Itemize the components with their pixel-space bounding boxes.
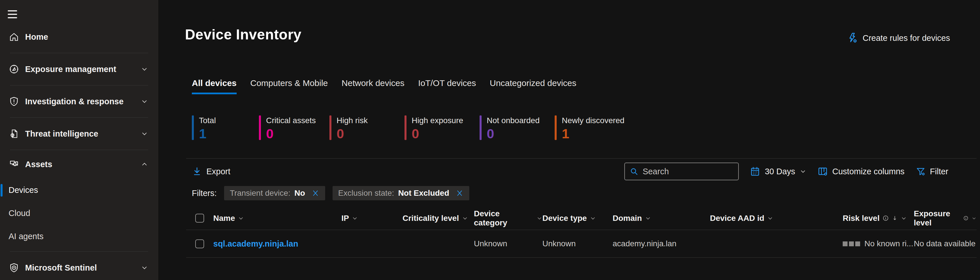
column-header-exposure-level[interactable]: Exposure level [914, 209, 977, 227]
select-all-checkbox[interactable] [195, 214, 204, 222]
home-icon [9, 31, 19, 42]
sidebar-item-label: Home [25, 32, 48, 42]
main-content: Device Inventory Create rules for device… [159, 0, 980, 280]
column-header-name[interactable]: Name [213, 214, 341, 223]
calendar-icon [749, 166, 760, 177]
chevron-down-icon [767, 215, 773, 221]
sidebar-subitem-label: Cloud [9, 209, 30, 218]
sidebar-item-label: Assets [25, 160, 52, 169]
risk-level-square [855, 242, 860, 246]
stat-total: Total 1 [192, 115, 259, 140]
chevron-down-icon [141, 66, 148, 73]
filter-gear-icon [915, 166, 926, 177]
remove-filter-icon[interactable] [456, 189, 464, 197]
chevron-down-icon [971, 215, 977, 221]
time-range-button[interactable]: 30 Days [749, 166, 806, 177]
download-icon [192, 166, 202, 177]
customize-columns-button[interactable]: Customize columns [817, 166, 905, 177]
column-header-device-type[interactable]: Device type [542, 214, 612, 223]
search-icon [630, 167, 639, 176]
sidebar-subitem-label: AI agents [9, 232, 44, 241]
time-range-label: 30 Days [765, 167, 795, 176]
devices-table: Name IP Criticality level Device categor… [186, 206, 977, 258]
stat-color-bar [192, 115, 194, 140]
stat-not-onboarded: Not onboarded 0 [480, 115, 555, 140]
toolbar-right: 30 Days Customize columns [624, 163, 948, 180]
tab-computers-mobile[interactable]: Computers & Mobile [250, 78, 328, 94]
stat-newly-discovered: Newly discovered 1 [555, 115, 624, 140]
lightning-gear-icon [846, 32, 858, 44]
column-header-domain[interactable]: Domain [612, 214, 710, 223]
info-icon [882, 215, 889, 221]
sidebar-subitem-label: Devices [9, 186, 38, 195]
device-name-link[interactable]: sql.academy.ninja.lan [213, 239, 298, 248]
chevron-down-icon [238, 215, 244, 221]
chevron-up-icon [141, 161, 148, 168]
tab-bar: All devices Computers & Mobile Network d… [192, 78, 980, 94]
sidebar-item-cloud[interactable]: Cloud [0, 202, 158, 225]
columns-gear-icon [817, 166, 828, 177]
sidebar-item-home[interactable]: Home [0, 21, 158, 53]
sidebar-item-exposure-management[interactable]: Exposure management [0, 53, 158, 85]
cell-device-type: Unknown [542, 239, 612, 248]
chevron-down-icon [800, 168, 807, 175]
tab-uncategorized-devices[interactable]: Uncategorized devices [490, 78, 576, 94]
export-button[interactable]: Export [192, 166, 231, 177]
search-input[interactable] [643, 167, 733, 176]
cell-domain: academy.ninja.lan [612, 239, 710, 248]
stat-high-risk: High risk 0 [329, 115, 404, 140]
column-header-device-category[interactable]: Device category [474, 209, 542, 227]
tab-iot-ot-devices[interactable]: IoT/OT devices [418, 78, 476, 94]
column-header-risk-level[interactable]: Risk level [843, 214, 914, 223]
sidebar-item-assets[interactable]: Assets [0, 150, 158, 179]
compass-icon [9, 64, 19, 75]
chevron-down-icon [352, 215, 358, 221]
intel-document-icon [9, 128, 19, 139]
column-header-ip[interactable]: IP [341, 214, 402, 223]
app-window: Home Exposure management Investigation & [0, 0, 980, 280]
chevron-down-icon [645, 215, 651, 221]
devices-icon [9, 159, 19, 170]
chevron-down-icon [462, 215, 468, 221]
search-box[interactable] [624, 163, 739, 180]
cell-risk-level: No known ri... [843, 239, 914, 248]
sort-descending-icon [892, 215, 898, 221]
sidebar-nav: Home Exposure management Investigation & [0, 21, 158, 280]
chevron-down-icon [536, 215, 542, 221]
risk-level-square [843, 242, 848, 246]
sidebar-item-threat-intelligence[interactable]: Threat intelligence [0, 118, 158, 150]
shield-exclamation-icon [9, 96, 19, 107]
sidebar-item-investigation-response[interactable]: Investigation & response [0, 85, 158, 117]
table-header-row: Name IP Criticality level Device categor… [186, 206, 977, 230]
filter-button[interactable]: Filter [915, 166, 948, 177]
filters-label: Filters: [192, 189, 217, 198]
sidebar-item-devices[interactable]: Devices [0, 179, 158, 202]
sidebar-item-ai-agents[interactable]: AI agents [0, 225, 158, 248]
hamburger-menu-icon[interactable] [8, 10, 17, 18]
sidebar-item-label: Microsoft Sentinel [25, 263, 97, 273]
shield-eye-icon [9, 262, 19, 273]
stats-row: Total 1 Critical assets 0 High risk 0 Hi… [192, 115, 980, 140]
remove-filter-icon[interactable] [312, 189, 320, 197]
stat-color-bar [329, 115, 331, 140]
create-rules-label: Create rules for devices [863, 34, 950, 43]
export-label: Export [207, 167, 231, 176]
tab-all-devices[interactable]: All devices [192, 78, 237, 94]
stat-color-bar [259, 115, 261, 140]
create-rules-button[interactable]: Create rules for devices [846, 32, 950, 44]
column-header-criticality-level[interactable]: Criticality level [402, 214, 474, 223]
info-icon [963, 215, 969, 221]
stat-color-bar [480, 115, 482, 140]
row-checkbox[interactable] [195, 239, 204, 248]
sidebar-item-microsoft-sentinel[interactable]: Microsoft Sentinel [0, 252, 158, 280]
tab-network-devices[interactable]: Network devices [342, 78, 404, 94]
sidebar-item-label: Investigation & response [25, 97, 124, 106]
cell-device-category: Unknown [474, 239, 542, 248]
sidebar: Home Exposure management Investigation & [0, 0, 159, 280]
toolbar: Export 30 Days [192, 158, 948, 184]
customize-columns-label: Customize columns [832, 167, 905, 176]
column-header-device-aad-id[interactable]: Device AAD id [710, 214, 843, 223]
table-row: sql.academy.ninja.lan Unknown Unknown ac… [186, 230, 977, 258]
chevron-down-icon [900, 215, 907, 221]
chevron-down-icon [141, 130, 148, 138]
